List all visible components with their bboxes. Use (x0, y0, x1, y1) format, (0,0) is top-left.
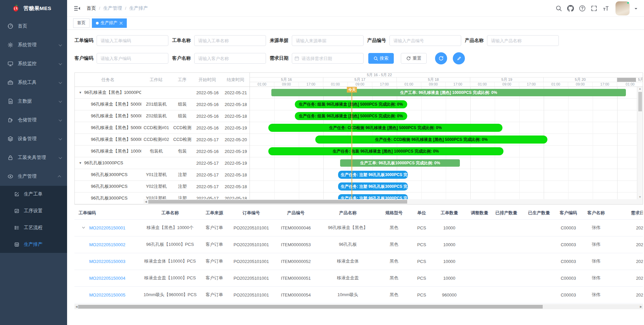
edit-button[interactable] (453, 52, 465, 64)
task-workstation-cell: 包装机 (141, 148, 171, 154)
breadcrumb-item-0[interactable]: 首页 (87, 5, 96, 11)
gantt-grid-row[interactable]: ▼96孔孔板10000PCS2022-05-172022-05-19 (75, 157, 250, 169)
tab-0[interactable]: 首页 (73, 18, 90, 28)
filter-input[interactable] (97, 53, 168, 64)
gantt-bar-selected[interactable]: 生产任务: 注塑 96孔孔板3000PCS 完成比例: 0% (338, 182, 408, 191)
sidebar-subitem-3[interactable]: 生产排产 (0, 236, 67, 253)
gantt-grid-row[interactable]: 96孔移液盒【黑色】5000PCSZ02组装机组装2022-05-162022-… (75, 110, 250, 122)
gantt-bar-selected[interactable]: 生产任务: 注塑 96孔孔板3000PCS 完成比例: 0% (338, 171, 408, 179)
filter-input[interactable] (97, 35, 168, 46)
gantt-grid-row[interactable]: 96孔孔板3000PCSY01注塑机注塑2022-05-172022-05-18 (75, 169, 250, 181)
tree-collapse-icon[interactable]: ▼ (79, 161, 82, 165)
sidebar-item-6[interactable]: 设备管理 (0, 129, 67, 148)
reset-button[interactable]: 重置 (401, 53, 427, 64)
sidebar-item-2[interactable]: 系统监控 (0, 54, 67, 73)
gantt-grid-row[interactable]: 96孔孔板3000PCSY02注塑机注塑2022-05-172022-05-18 (75, 181, 250, 193)
help-icon[interactable] (579, 5, 586, 12)
sidebar-item-4[interactable]: 主数据 (0, 92, 67, 111)
table-row[interactable]: MO202205150003移液盒盒体【10000】PCS客户订单PO20220… (74, 253, 643, 270)
sidebar-item-7[interactable]: 工装夹具管理 (0, 148, 67, 167)
gantt-vscroll-thumb[interactable] (638, 92, 642, 111)
filter-label: 客户名称 (172, 55, 194, 61)
chevron-down-icon (59, 137, 62, 140)
timeline-hour-cell: 01:00 (397, 82, 421, 87)
scroll-right-icon[interactable]: ▶ (640, 305, 642, 308)
work-order-link[interactable]: MO202205150004 (89, 276, 125, 281)
timeline-row (250, 169, 643, 181)
task-workstation-cell: Z01组装机 (141, 101, 171, 107)
refresh-button[interactable] (435, 52, 447, 64)
column-header-5: 产品名称 (319, 207, 376, 219)
scroll-down-icon[interactable]: ▼ (639, 195, 641, 199)
tab-1[interactable]: 生产排产 (92, 18, 127, 28)
filter-input[interactable] (194, 35, 266, 46)
table-row[interactable]: MO20220515000296孔孔板【10000】PCS客户订单PO20220… (74, 236, 643, 253)
cell-spec: 黑色 (376, 236, 412, 253)
sidebar-item-0[interactable]: 首页 (0, 17, 67, 36)
work-order-link[interactable]: MO202205150002 (89, 242, 125, 247)
task-end-cell: 2022-05-21 (222, 90, 250, 95)
sidebar-item-5[interactable]: 仓储管理 (0, 111, 67, 129)
table-horizontal-scrollbar[interactable]: ◀ ▶ (74, 304, 643, 309)
cell-demand: 202 (613, 219, 643, 236)
task-name-cell: 96孔移液盒【黑色】5000PCS (75, 101, 141, 107)
gantt-bar-task[interactable]: 生产任务: 组装 96孔移液盒 [黑色] 5000PCS 完成比例: 0% (295, 112, 407, 120)
row-expand-icon[interactable] (82, 226, 85, 229)
gantt-hscroll-thumb[interactable] (148, 200, 407, 204)
app-logo[interactable]: 苦糖果MES (0, 0, 67, 17)
chevron-down-icon (59, 99, 62, 103)
font-size-icon[interactable] (602, 5, 609, 12)
gantt-grid-row[interactable]: 96孔移液盒【黑色】10000PCS包装机包装2022-05-162022-05… (75, 146, 250, 157)
sidebar-subitem-0[interactable]: 生产工单 (0, 186, 67, 203)
filter-input[interactable] (292, 35, 364, 46)
sidebar-item-3[interactable]: 系统工具 (0, 73, 67, 92)
filter-input[interactable] (389, 35, 461, 46)
work-order-link[interactable]: MO202205150001 (89, 225, 125, 230)
sidebar-subitem-2[interactable]: 工艺流程 (0, 219, 67, 236)
gantt-timeline: 5月 16 - 5月 225月 165月 175月 185月 195月 205月… (250, 73, 643, 204)
gantt-bar-task[interactable]: 生产任务: 组装 96孔移液盒 [黑色] 5000PCS 完成比例: 0% (295, 100, 407, 108)
page-content: 工单编码工单名称来源单据产品编号产品名称客户编码客户名称需求日期搜索重置 任务名… (67, 30, 644, 325)
table-row[interactable]: MO20220515000510mm吸头【960000】PCS客户订单PO202… (74, 286, 643, 303)
gantt-bar-task[interactable]: 生产任务: CCD检测 96孔移液盒 [黑色] 5000PCS 完成比例: 0% (315, 136, 547, 144)
gantt-bar-task[interactable]: 生产任务: CCD检测 96孔移液盒 [黑色] 5000PCS 完成比例: 0% (268, 124, 503, 132)
fullscreen-icon[interactable] (591, 5, 597, 12)
work-order-link[interactable]: MO202205150005 (89, 292, 125, 297)
work-order-link[interactable]: MO202205150003 (89, 259, 125, 264)
gantt-grid-row[interactable]: 96孔移液盒【黑色】5000PCSCCD检测#02CCD检测2022-05-17… (75, 134, 250, 146)
scroll-left-icon[interactable]: ◀ (75, 305, 77, 308)
table-row[interactable]: MO202205150004移液盒盒盖【10000】PCS客户订单PO20220… (74, 270, 643, 286)
table-hscroll-thumb[interactable] (78, 305, 543, 309)
app-root: 苦糖果MES 首页系统管理系统监控系统工具主数据仓储管理设备管理工装夹具管理生产… (0, 0, 644, 325)
filter-input[interactable] (194, 53, 266, 64)
sidebar-subitem-1[interactable]: 工序设置 (0, 203, 67, 219)
task-name: 96孔移液盒【黑色】5000PCS (91, 113, 141, 119)
github-icon[interactable] (567, 5, 574, 12)
cell-code: MO202205150003 (74, 253, 142, 270)
tree-collapse-icon[interactable]: ▼ (79, 91, 82, 94)
gantt-grid-row[interactable]: 96孔移液盒【黑色】5000PCSCCD检测#01CCD检测2022-05-16… (75, 122, 250, 134)
gantt-bar-task[interactable]: 生产任务: 包装 96孔移液盒 [黑色] 10000PCS 完成比例: 0% (268, 147, 503, 155)
avatar[interactable] (615, 1, 630, 15)
timeline-header-scroll-thumb[interactable] (617, 78, 636, 82)
search-icon[interactable] (555, 5, 562, 12)
scroll-up-icon[interactable]: ▲ (639, 87, 641, 91)
demand-date-input[interactable] (292, 53, 364, 64)
avatar-caret-icon[interactable] (635, 8, 637, 11)
close-tab-icon[interactable] (119, 21, 123, 25)
gantt-grid-row[interactable]: ▼96孔移液盒【黑色】10000PCS2022-05-162022-05-21 (75, 87, 250, 99)
sidebar-item-1[interactable]: 系统管理 (0, 36, 67, 54)
gantt-bar-parent[interactable]: 生产工单: 96孔移液盒 [黑色] 10000PCS 完成比例: 0% (271, 89, 626, 96)
scroll-left-icon[interactable]: ◀ (144, 200, 148, 203)
gantt-vertical-scrollbar[interactable]: ▲ ▼ (637, 87, 643, 199)
gantt-bar-parent[interactable]: 生产工单: 96孔孔板10000PCS 完成比例: 0% (340, 159, 460, 167)
filter-row-0: 工单编码工单名称来源单据产品编号产品名称 (74, 35, 643, 46)
search-button[interactable]: 搜索 (368, 53, 394, 64)
gantt-grid-row[interactable]: 96孔移液盒【黑色】5000PCSZ01组装机组装2022-05-162022-… (75, 99, 250, 110)
sidebar-item-8[interactable]: 生产管理 (0, 167, 67, 186)
sidebar-toggle-icon[interactable] (74, 5, 80, 12)
gantt-horizontal-scrollbar[interactable]: ◀ (75, 199, 643, 204)
timeline-gridline (519, 87, 520, 204)
table-row[interactable]: MO202205150001移液盒【黑色】10000个客户订单PO2022051… (74, 219, 643, 236)
filter-input[interactable] (487, 35, 559, 46)
